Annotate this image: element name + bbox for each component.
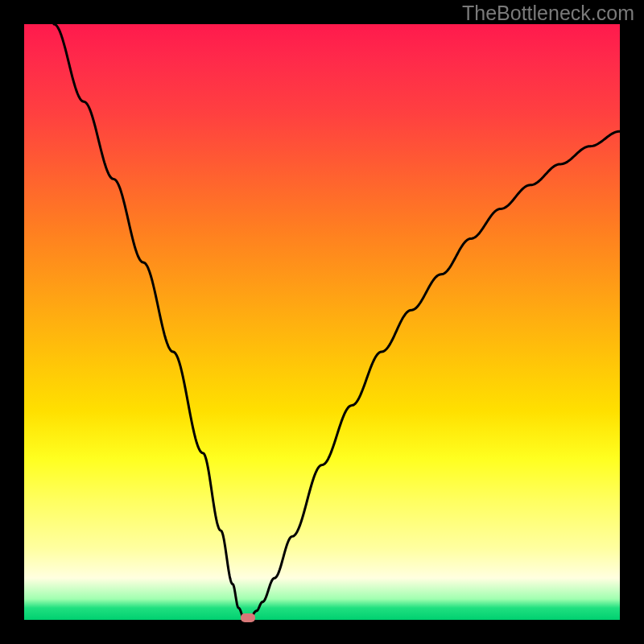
plot-area — [24, 24, 620, 620]
bottleneck-curve-path — [54, 24, 620, 620]
curve-svg — [24, 24, 620, 620]
chart-frame: TheBottleneck.com — [0, 0, 644, 644]
watermark-text: TheBottleneck.com — [462, 2, 634, 25]
optimum-marker — [241, 613, 255, 622]
